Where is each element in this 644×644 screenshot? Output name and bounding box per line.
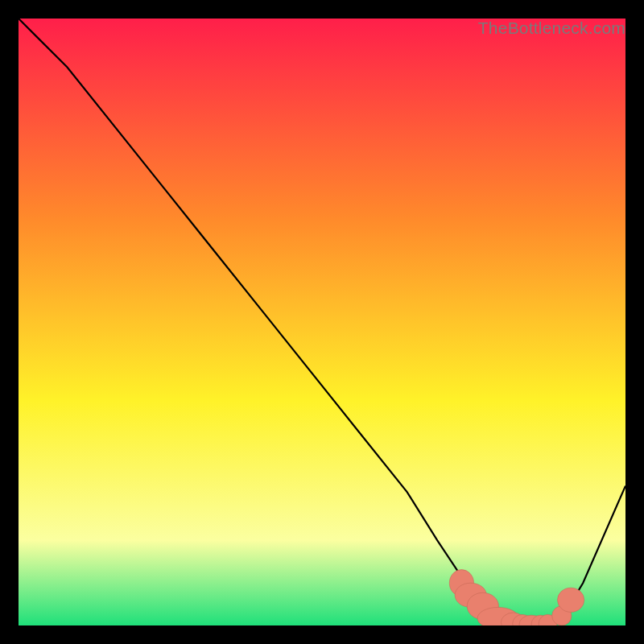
chart-svg [19,19,625,625]
chart-background-gradient [19,19,625,625]
chart-marker [558,588,584,612]
watermark-text: TheBottleneck.com [478,19,625,38]
chart-frame: TheBottleneck.com [19,19,625,625]
